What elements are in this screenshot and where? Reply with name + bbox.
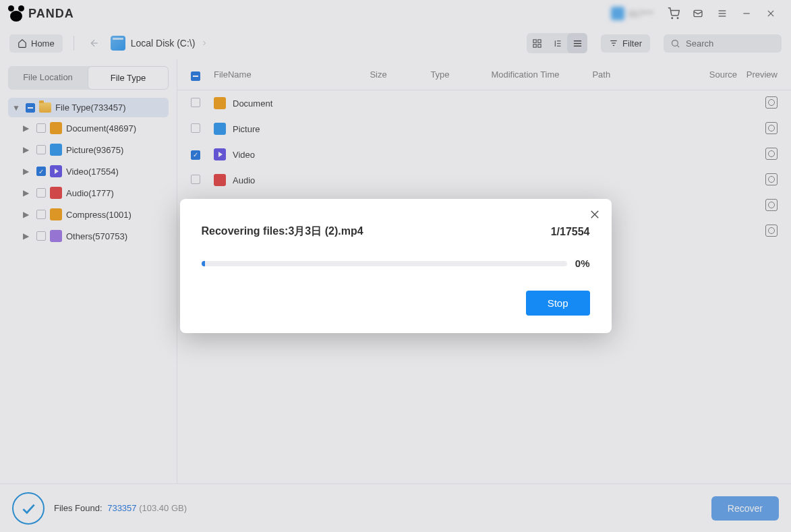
checkbox[interactable] (36, 123, 46, 133)
preview-icon[interactable] (765, 148, 778, 160)
table-row[interactable]: Document (177, 90, 791, 116)
account-info[interactable]: 017*** (611, 7, 653, 20)
files-found-count: 733357 (105, 503, 136, 513)
col-preview-header[interactable]: Preview (737, 69, 778, 80)
chevron-right-icon (200, 39, 208, 47)
account-label: 017*** (628, 9, 653, 19)
close-window-icon[interactable] (763, 5, 779, 22)
cat-oth-icon (50, 230, 62, 242)
table-row[interactable]: ✓Video (177, 142, 791, 167)
row-checkbox[interactable] (191, 175, 200, 184)
cat-pic-icon (50, 144, 62, 156)
svg-line-25 (677, 45, 679, 47)
back-button[interactable] (85, 34, 104, 53)
table-header: FileName Size Type Modification Time Pat… (177, 59, 791, 90)
tree-item-aud[interactable]: ▶Audio(1777) (8, 182, 169, 204)
svg-rect-10 (533, 39, 535, 42)
breadcrumb[interactable]: Local Disk (C:\) (111, 36, 209, 51)
checkbox-root[interactable] (26, 103, 35, 113)
disk-icon (111, 36, 125, 51)
tree-item-oth[interactable]: ▶Others(570753) (8, 225, 169, 247)
tree-item-doc[interactable]: ▶Document(48697) (8, 117, 169, 139)
checkbox[interactable] (36, 145, 46, 154)
modal-progress-count: 1/17554 (551, 226, 590, 238)
preview-icon[interactable] (765, 96, 778, 109)
checkbox[interactable]: ✓ (36, 167, 46, 176)
svg-point-0 (672, 18, 673, 19)
chevron-down-icon[interactable]: ▼ (12, 103, 22, 113)
preview-icon[interactable] (765, 199, 778, 211)
chevron-right-icon[interactable]: ▶ (23, 188, 32, 198)
row-name: Video (233, 150, 255, 160)
cat-aud-icon (50, 187, 62, 199)
panda-logo-icon (8, 5, 24, 22)
mail-icon[interactable] (690, 5, 706, 22)
chevron-right-icon[interactable]: ▶ (23, 167, 32, 176)
stop-button[interactable]: Stop (526, 291, 590, 316)
checkbox[interactable] (36, 188, 46, 198)
files-found-label: Files Found: (54, 503, 102, 513)
row-checkbox[interactable] (191, 98, 200, 107)
search-box[interactable] (664, 34, 782, 53)
tab-file-type[interactable]: File Type (88, 66, 169, 90)
home-button[interactable]: Home (9, 34, 63, 53)
checkbox-all[interactable] (191, 71, 200, 81)
chevron-right-icon[interactable]: ▶ (23, 210, 32, 219)
chevron-right-icon[interactable]: ▶ (23, 231, 32, 241)
col-type-header[interactable]: Type (430, 69, 491, 80)
checkbox[interactable] (36, 210, 46, 219)
avatar-icon (611, 7, 624, 20)
minimize-icon[interactable] (738, 5, 755, 22)
back-arrow-icon (89, 38, 100, 49)
progress-fill (202, 261, 205, 266)
tree-item-label: Audio(1777) (66, 188, 114, 198)
tree-item-vid[interactable]: ▶✓Video(17554) (8, 160, 169, 182)
cat-vid-icon (50, 165, 62, 177)
tab-file-location[interactable]: File Location (8, 66, 88, 90)
checkbox[interactable] (36, 231, 46, 241)
recovering-modal: Recovering files:3月3日 (2).mp4 1/17554 0%… (180, 199, 612, 333)
table-row[interactable]: Picture (177, 116, 791, 142)
svg-point-1 (677, 18, 678, 19)
preview-icon[interactable] (765, 225, 778, 237)
chevron-right-icon[interactable]: ▶ (23, 123, 32, 133)
recover-button[interactable]: Recover (711, 496, 779, 521)
tree-item-label: Document(48697) (66, 123, 136, 134)
app-name: PANDA (28, 7, 74, 21)
table-row[interactable]: Audio (177, 167, 791, 193)
tree-item-pic[interactable]: ▶Picture(93675) (8, 139, 169, 160)
filter-label: Filter (622, 38, 642, 49)
preview-icon[interactable] (765, 173, 778, 185)
sidebar-tabs: File Location File Type (8, 66, 169, 90)
tree-root-file-type[interactable]: ▼ File Type(733457) (8, 98, 169, 117)
filter-icon (609, 38, 618, 48)
row-checkbox[interactable] (191, 123, 200, 133)
col-source-header[interactable]: Source (690, 69, 737, 80)
view-grid-button[interactable] (527, 33, 547, 53)
tree-item-label: Picture(93675) (66, 145, 123, 155)
svg-rect-13 (537, 44, 540, 47)
breadcrumb-disk-label: Local Disk (C:\) (131, 38, 196, 49)
row-checkbox[interactable]: ✓ (191, 150, 200, 160)
svg-rect-12 (533, 44, 535, 47)
view-list-button[interactable] (567, 33, 587, 53)
col-mod-header[interactable]: Modification Time (491, 69, 592, 80)
row-name: Document (233, 98, 272, 109)
tree-item-comp[interactable]: ▶Compress(1001) (8, 204, 169, 225)
tree-item-label: Compress(1001) (66, 210, 131, 220)
col-size-header[interactable]: Size (370, 69, 430, 80)
view-compact-button[interactable] (547, 33, 567, 53)
row-name: Audio (233, 175, 255, 185)
chevron-right-icon[interactable]: ▶ (23, 145, 32, 154)
progress-bar (202, 261, 567, 266)
preview-icon[interactable] (765, 122, 778, 134)
col-path-header[interactable]: Path (592, 69, 690, 80)
filter-button[interactable]: Filter (601, 34, 650, 53)
search-input[interactable] (686, 38, 775, 49)
app-logo: PANDA (8, 5, 74, 22)
cart-icon[interactable] (666, 5, 682, 22)
close-icon[interactable] (589, 208, 601, 220)
menu-icon[interactable] (714, 5, 730, 22)
col-name-header[interactable]: FileName (214, 69, 370, 80)
footer-status: Files Found: 733357 (103.40 GB) (54, 503, 187, 513)
